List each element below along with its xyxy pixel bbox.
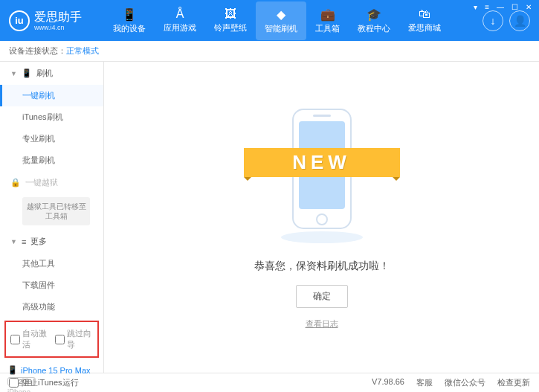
close-icon[interactable]: ✕ — [523, 1, 535, 13]
auto-activate-checkbox[interactable]: 自动激活 — [10, 328, 49, 350]
jailbreak-note: 越狱工具已转移至工具箱 — [22, 197, 90, 225]
sidebar-item-itunes-flash[interactable]: iTunes刷机 — [0, 106, 103, 128]
chevron-icon: ▼ — [10, 70, 17, 77]
footer-update[interactable]: 检查更新 — [497, 377, 530, 388]
nav-tutorials[interactable]: 🎓教程中心 — [349, 1, 399, 40]
app-logo: iu 爱思助手 www.i4.cn — [9, 10, 82, 31]
store-icon: 🛍 — [408, 7, 441, 21]
svg-rect-4 — [313, 115, 331, 117]
flash-icon: ◆ — [265, 7, 297, 22]
sidebar-section-jailbreak: 🔒 一键越狱 — [0, 171, 103, 194]
menu-icon[interactable]: ▾ — [471, 1, 480, 13]
logo-icon: iu — [9, 10, 30, 31]
success-illustration: NEW — [266, 105, 378, 249]
tutorial-icon: 🎓 — [358, 7, 390, 22]
app-name: 爱思助手 — [34, 10, 82, 25]
tools-icon[interactable]: ≡ — [482, 1, 492, 13]
new-badge: NEW — [244, 148, 400, 177]
chevron-icon: ▼ — [10, 238, 17, 245]
footer-wechat[interactable]: 微信公众号 — [445, 377, 485, 388]
sidebar-section-flash[interactable]: ▼ 📱 刷机 — [0, 62, 103, 85]
phone-icon: 📱 — [7, 365, 18, 375]
nav-apps[interactable]: Å应用游戏 — [155, 1, 205, 40]
user-button[interactable]: 👤 — [509, 10, 530, 31]
download-button[interactable]: ↓ — [482, 10, 503, 31]
nav-ringtones[interactable]: 🖼铃声壁纸 — [205, 1, 256, 40]
success-message: 恭喜您，保资料刷机成功啦！ — [254, 260, 390, 273]
sidebar-item-download-firmware[interactable]: 下载固件 — [0, 274, 103, 296]
sidebar-item-other-tools[interactable]: 其他工具 — [0, 253, 103, 274]
app-url: www.i4.cn — [34, 24, 82, 31]
status-bar: 设备连接状态： 正常模式 — [0, 41, 539, 62]
sidebar-item-pro-flash[interactable]: 专业刷机 — [0, 128, 103, 150]
more-icon: ≡ — [22, 237, 26, 246]
footer-support[interactable]: 客服 — [416, 377, 433, 388]
sidebar-item-onekey-flash[interactable]: 一键刷机 — [0, 85, 103, 106]
wallpaper-icon: 🖼 — [214, 7, 247, 21]
nav-store[interactable]: 🛍爱思商城 — [399, 1, 450, 40]
status-mode: 正常模式 — [66, 45, 99, 57]
sidebar-item-batch-flash[interactable]: 批量刷机 — [0, 150, 103, 171]
status-label: 设备连接状态： — [9, 45, 66, 57]
view-log-link[interactable]: 查看日志 — [306, 318, 338, 330]
sidebar-section-more[interactable]: ▼ ≡ 更多 — [0, 230, 103, 253]
mobile-icon: 📱 — [22, 68, 32, 78]
block-itunes-checkbox[interactable]: 阻止iTunes运行 — [9, 377, 79, 388]
device-name: iPhone 15 Pro Max — [21, 366, 91, 375]
confirm-button[interactable]: 确定 — [296, 285, 348, 308]
nav-my-device[interactable]: 📱我的设备 — [104, 1, 155, 40]
nav-flash[interactable]: ◆智能刷机 — [256, 1, 306, 40]
svg-point-0 — [281, 231, 363, 243]
device-type: iPhone — [7, 388, 96, 392]
toolbox-icon: 💼 — [315, 7, 340, 22]
nav-toolbox[interactable]: 💼工具箱 — [306, 1, 349, 40]
apps-icon: Å — [164, 7, 196, 21]
version-label: V7.98.66 — [372, 377, 404, 388]
lock-icon: 🔒 — [10, 178, 21, 187]
device-icon: 📱 — [113, 7, 146, 22]
minimize-icon[interactable]: — — [494, 1, 507, 13]
skip-wizard-checkbox[interactable]: 跳过向导 — [55, 328, 94, 350]
sidebar-item-advanced[interactable]: 高级功能 — [0, 296, 103, 318]
options-highlighted-box: 自动激活 跳过向导 — [4, 321, 99, 358]
maximize-icon[interactable]: ☐ — [509, 1, 521, 13]
